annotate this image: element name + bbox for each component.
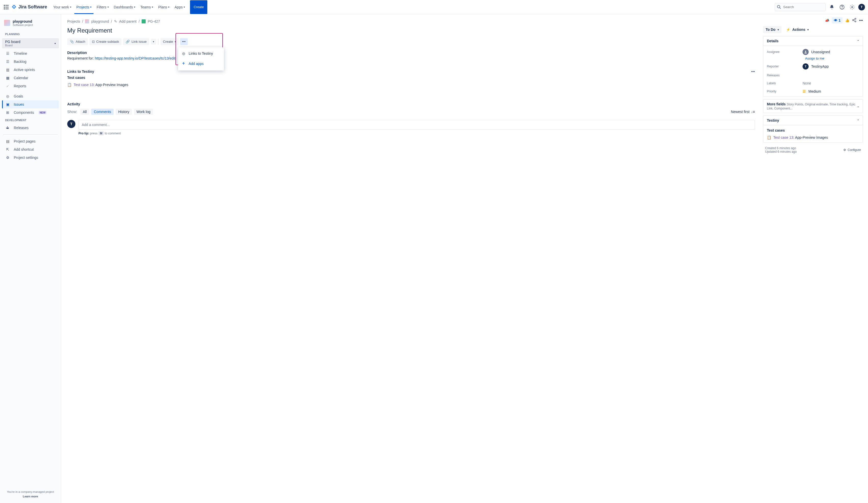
sidebar-timeline[interactable]: ☰Timeline	[2, 49, 59, 57]
svg-rect-3	[4, 7, 5, 8]
subtask-icon: ⊡	[92, 40, 95, 43]
tab-history[interactable]: History	[116, 109, 132, 115]
learn-more-link[interactable]: Learn more	[4, 495, 57, 498]
sidebar-calendar[interactable]: ▦Calendar	[2, 74, 59, 82]
create-subtask-button[interactable]: ⊡Create subtask	[90, 38, 122, 45]
status-dropdown[interactable]: To Do▾	[763, 26, 782, 33]
tab-comments[interactable]: Comments	[91, 109, 114, 115]
releases-label: Releases	[767, 74, 803, 77]
nav-filters[interactable]: Filters▾	[94, 0, 111, 14]
bc-project[interactable]: playground	[91, 19, 109, 23]
nav-dashboards[interactable]: Dashboards▾	[112, 0, 137, 14]
assign-to-me-link[interactable]: Assign to me	[805, 56, 859, 60]
testiny-testcase-item[interactable]: 📋 Test case 13: App-Preview Images	[767, 135, 859, 139]
help-icon[interactable]	[838, 3, 846, 11]
show-label: Show:	[67, 110, 77, 114]
action-row: 📎Attach ⊡Create subtask 🔗Link issue ▾ Cr…	[67, 38, 755, 45]
more-fields-header[interactable]: More fields Story Points, Original estim…	[763, 99, 862, 113]
like-icon[interactable]: 👍	[845, 18, 849, 22]
tab-worklog[interactable]: Work log	[134, 109, 153, 115]
priority-label: Priority	[767, 90, 803, 93]
configure-button[interactable]: ⚙ Configure	[843, 148, 861, 152]
sidebar-active-sprints[interactable]: ▥Active sprints	[2, 66, 59, 74]
eye-icon: 👁	[834, 18, 837, 22]
nav-your-work[interactable]: Your work▾	[51, 0, 73, 14]
sidebar-components[interactable]: ⊞ComponentsNEW	[2, 108, 59, 117]
nav-projects[interactable]: Projects▾	[74, 0, 94, 14]
sidebar-releases[interactable]: ⛴Releases	[2, 124, 59, 132]
testcase-link[interactable]: Test case 13	[74, 83, 94, 87]
feedback-icon[interactable]: 📣	[825, 18, 829, 22]
bc-add-parent[interactable]: Add parent	[119, 19, 137, 23]
shortcut-icon: ⇱	[5, 147, 10, 151]
description-link[interactable]: https://testing-app.testiny.io/DP/testca…	[95, 56, 175, 60]
activity-heading: Activity	[67, 102, 755, 106]
pages-icon: ▤	[5, 139, 10, 143]
svg-point-13	[852, 6, 853, 8]
breadcrumb: Projects / playground / ✎ Add parent / P…	[67, 19, 755, 23]
dropdown-links-testiny[interactable]: ◎ Links to Testiny	[178, 49, 224, 58]
attach-icon: 📎	[70, 40, 74, 43]
user-avatar[interactable]: T	[858, 4, 865, 10]
testiny-sub: Test cases	[767, 128, 859, 132]
priority-value[interactable]: ☰ Medium	[803, 90, 821, 93]
svg-point-14	[855, 18, 856, 19]
sidebar-project-pages[interactable]: ▤Project pages	[2, 137, 59, 145]
more-actions-button[interactable]: •••	[180, 38, 188, 45]
links-more-icon[interactable]: •••	[751, 70, 755, 74]
watchers-button[interactable]: 👁1	[832, 17, 843, 23]
sidebar-goals[interactable]: ◎Goals	[2, 92, 59, 100]
create-button[interactable]: Create	[190, 0, 207, 14]
svg-rect-6	[4, 8, 5, 9]
sidebar: playground Software project PLANNING PG …	[0, 14, 61, 503]
settings-icon[interactable]	[848, 3, 856, 11]
comment-input[interactable]: Add a comment...	[79, 120, 755, 129]
logo-text: Jira Software	[18, 4, 47, 10]
create-dropdown-button[interactable]: Create▾	[161, 38, 178, 45]
notifications-icon[interactable]	[828, 3, 836, 11]
goals-icon: ◎	[5, 94, 10, 98]
actions-dropdown[interactable]: ⚡Actions▾	[784, 26, 811, 33]
app-switcher-icon[interactable]	[3, 4, 9, 10]
sidebar-add-shortcut[interactable]: ⇱Add shortcut	[2, 145, 59, 154]
project-header[interactable]: playground Software project	[2, 19, 59, 31]
testcase-item[interactable]: 📋 Test case 13: App-Preview Images	[67, 83, 755, 87]
reporter-value[interactable]: T TestinyApp	[803, 63, 828, 70]
search-icon	[777, 5, 781, 10]
rp-header: 📣 👁1 👍 •••	[763, 17, 863, 23]
nav-plans[interactable]: Plans▾	[156, 0, 172, 14]
sidebar-reports[interactable]: ⟋Reports	[2, 82, 59, 90]
bc-projects[interactable]: Projects	[67, 19, 80, 23]
svg-rect-0	[4, 5, 5, 6]
tab-all[interactable]: All	[80, 109, 90, 115]
dropdown-add-apps[interactable]: + Add apps	[178, 58, 224, 69]
board-selector[interactable]: PG board Board ▾	[2, 38, 59, 48]
svg-rect-2	[7, 5, 8, 6]
issue-more-icon[interactable]: •••	[859, 18, 863, 22]
description-text[interactable]: Requirement for: https://testing-app.tes…	[67, 56, 755, 60]
issue-title[interactable]: My Requirement	[67, 27, 755, 34]
attach-button[interactable]: 📎Attach	[67, 38, 88, 45]
jira-logo[interactable]: Jira Software	[11, 4, 47, 10]
sidebar-backlog[interactable]: ☰Backlog	[2, 57, 59, 66]
nav-teams[interactable]: Teams▾	[138, 0, 155, 14]
labels-value[interactable]: None	[803, 81, 811, 85]
more-icon: •••	[182, 40, 186, 43]
project-name: playground	[13, 19, 33, 23]
svg-point-15	[853, 19, 854, 21]
bc-issue-key[interactable]: PG-427	[148, 19, 160, 23]
testiny-header[interactable]: Testiny ⌃	[763, 116, 862, 125]
sidebar-issues[interactable]: ▣Issues	[2, 100, 59, 108]
share-icon[interactable]	[852, 18, 857, 23]
link-issue-button[interactable]: 🔗Link issue	[123, 38, 149, 45]
project-icon	[85, 19, 89, 23]
testiny-testcase-link[interactable]: Test case 13	[773, 135, 793, 139]
details-header[interactable]: Details ⌃	[763, 36, 862, 46]
sort-button[interactable]: Newest first↓≡	[731, 110, 755, 114]
nav-apps[interactable]: Apps▾	[173, 0, 187, 14]
search-input[interactable]	[775, 3, 826, 11]
sidebar-project-settings[interactable]: ⚙Project settings	[2, 154, 59, 162]
link-issue-dropdown[interactable]: ▾	[151, 39, 156, 44]
issue-content: Projects / playground / ✎ Add parent / P…	[61, 14, 761, 503]
assignee-value[interactable]: Unassigned	[803, 49, 830, 55]
